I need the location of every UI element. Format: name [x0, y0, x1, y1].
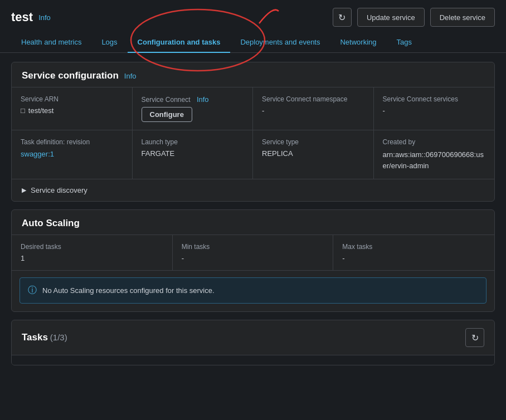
tab-deployments[interactable]: Deployments and events [230, 32, 330, 53]
tasks-refresh-button[interactable]: ↻ [465, 328, 484, 347]
min-tasks-cell: Min tasks - [173, 235, 334, 270]
update-service-button[interactable]: Update service [357, 8, 425, 27]
service-connect-services-cell: Service Connect services - [374, 87, 495, 130]
launch-type-label: Launch type [142, 138, 244, 146]
min-tasks-value: - [182, 254, 324, 262]
tasks-title: Tasks [22, 332, 48, 343]
tab-health[interactable]: Health and metrics [11, 32, 91, 53]
service-connect-namespace-value: - [262, 106, 364, 115]
service-arn-label: Service ARN [21, 95, 123, 103]
task-definition-cell: Task definition: revision swagger:1 [12, 130, 133, 179]
auto-scaling-info-banner: ⓘ No Auto Scaling resources configured f… [20, 277, 486, 304]
launch-type-value: FARGATE [142, 149, 244, 158]
service-type-label: Service type [262, 138, 364, 146]
header-left: test Info [11, 10, 51, 25]
tasks-header: Tasks (1/3) ↻ [12, 320, 494, 355]
created-by-value: arn:aws:iam::069700690668:user/ervin-adm… [383, 149, 486, 171]
service-connect-services-value: - [383, 106, 486, 115]
service-discovery-label: Service discovery [31, 186, 87, 194]
page-title: test [11, 10, 33, 25]
tab-logs[interactable]: Logs [91, 32, 127, 53]
auto-scaling-grid: Desired tasks 1 Min tasks - Max tasks - [12, 235, 494, 271]
service-config-top-row: Service ARN □ test/test Service Connect … [12, 87, 494, 130]
header-actions: ↻ Update service Delete service [333, 8, 495, 27]
min-tasks-label: Min tasks [182, 243, 324, 251]
desired-tasks-label: Desired tasks [21, 243, 163, 251]
task-definition-label: Task definition: revision [21, 138, 123, 146]
main-content: Service configuration Info Service ARN □… [0, 53, 506, 374]
tasks-count: (1/3) [50, 333, 67, 342]
service-discovery-row[interactable]: ▶ Service discovery [12, 179, 494, 201]
tab-tags[interactable]: Tags [387, 32, 422, 53]
desired-tasks-cell: Desired tasks 1 [12, 235, 173, 270]
service-connect-label: Service Connect Info [142, 95, 244, 104]
page-header: test Info ↻ Update service Delete servic… [0, 0, 506, 32]
auto-scaling-header: Auto Scaling [12, 210, 494, 235]
page-wrapper: test Info ↻ Update service Delete servic… [0, 0, 506, 374]
task-definition-value[interactable]: swagger:1 [21, 150, 54, 158]
tasks-card: Tasks (1/3) ↻ [11, 320, 495, 365]
max-tasks-value: - [342, 254, 485, 262]
delete-service-button[interactable]: Delete service [430, 8, 495, 27]
max-tasks-cell: Max tasks - [333, 235, 494, 270]
auto-scaling-title: Auto Scaling [22, 218, 80, 229]
service-arn-cell: Service ARN □ test/test [12, 87, 133, 130]
launch-type-cell: Launch type FARGATE [133, 130, 254, 179]
service-connect-namespace-label: Service Connect namespace [262, 95, 364, 103]
max-tasks-label: Max tasks [342, 243, 485, 251]
service-type-value: REPLICA [262, 149, 364, 158]
service-connect-configure-button[interactable]: Configure [142, 107, 192, 122]
service-connect-namespace-cell: Service Connect namespace - [253, 87, 374, 130]
chevron-right-icon: ▶ [22, 187, 26, 194]
tasks-title-group: Tasks (1/3) [22, 332, 67, 343]
service-config-bottom-row: Task definition: revision swagger:1 Laun… [12, 130, 494, 179]
service-arn-value: □ test/test [21, 106, 123, 115]
refresh-button[interactable]: ↻ [333, 8, 352, 27]
auto-scaling-info-text: No Auto Scaling resources configured for… [42, 286, 215, 295]
created-by-cell: Created by arn:aws:iam::069700690668:use… [374, 130, 495, 179]
info-circle-icon: ⓘ [28, 285, 37, 296]
page-info-link[interactable]: Info [38, 13, 51, 22]
created-by-label: Created by [383, 138, 486, 146]
service-connect-services-label: Service Connect services [383, 95, 486, 103]
tab-config[interactable]: Configuration and tasks [128, 32, 231, 53]
tabs-bar: Health and metrics Logs Configuration an… [0, 32, 506, 53]
auto-scaling-card: Auto Scaling Desired tasks 1 Min tasks -… [11, 209, 495, 312]
service-config-header: Service configuration Info [12, 62, 494, 87]
service-connect-cell: Service Connect Info Configure [133, 87, 254, 130]
service-config-title: Service configuration [22, 70, 119, 81]
service-type-cell: Service type REPLICA [253, 130, 374, 179]
service-config-info-link[interactable]: Info [124, 72, 137, 80]
desired-tasks-value: 1 [21, 254, 163, 262]
copy-icon[interactable]: □ [21, 106, 25, 115]
service-config-card: Service configuration Info Service ARN □… [11, 62, 495, 202]
tab-networking[interactable]: Networking [330, 32, 386, 53]
service-connect-info-link[interactable]: Info [197, 95, 209, 104]
